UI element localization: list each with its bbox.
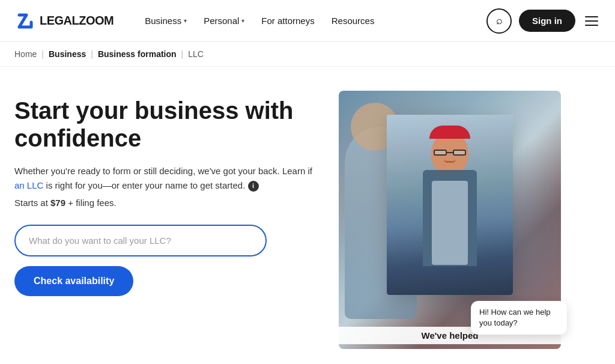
smile bbox=[444, 159, 456, 163]
sign-in-button[interactable]: Sign in bbox=[519, 10, 575, 32]
nav-actions: ⌕ Sign in bbox=[486, 8, 601, 34]
price-suffix: + filing fees. bbox=[65, 198, 117, 208]
check-availability-button[interactable]: Check availability bbox=[14, 266, 133, 296]
breadcrumb-separator: | bbox=[91, 49, 93, 59]
nav-personal[interactable]: Personal ▾ bbox=[196, 11, 252, 31]
breadcrumb-business-formation[interactable]: Business formation bbox=[98, 49, 177, 59]
card-inner bbox=[387, 115, 513, 295]
breadcrumb-separator: | bbox=[41, 49, 44, 59]
right-panel: We've helped Hi! How can we help you tod… bbox=[339, 91, 561, 347]
legalzoom-logo-icon bbox=[14, 10, 36, 32]
nav-resources[interactable]: Resources bbox=[324, 11, 382, 31]
main-content: Start your business with confidence Whet… bbox=[0, 67, 615, 361]
llc-link[interactable]: an LLC bbox=[14, 180, 43, 190]
menu-icon-line bbox=[585, 20, 598, 22]
nav-business[interactable]: Business ▾ bbox=[138, 11, 194, 31]
price: $79 bbox=[50, 198, 65, 208]
chevron-down-icon: ▾ bbox=[184, 17, 187, 24]
breadcrumb-home[interactable]: Home bbox=[14, 49, 37, 59]
foreground-image-card bbox=[387, 115, 513, 295]
header: LEGALZOOM Business ▾ Personal ▾ For atto… bbox=[0, 0, 615, 42]
glasses bbox=[434, 150, 466, 156]
breadcrumb-business[interactable]: Business bbox=[49, 49, 86, 59]
logo[interactable]: LEGALZOOM bbox=[14, 10, 114, 32]
svg-rect-0 bbox=[14, 10, 36, 32]
menu-icon-line bbox=[585, 16, 598, 17]
chat-text: Hi! How can we help you today? bbox=[479, 308, 551, 327]
hero-description: Whether you're ready to form or still de… bbox=[14, 164, 315, 193]
menu-button[interactable] bbox=[583, 14, 601, 28]
price-line: Starts at $79 + filing fees. bbox=[14, 198, 315, 208]
bandana bbox=[429, 126, 470, 139]
info-icon[interactable]: i bbox=[248, 181, 259, 192]
breadcrumb-llc: LLC bbox=[188, 49, 204, 59]
chevron-down-icon: ▾ bbox=[241, 17, 244, 24]
hero-title: Start your business with confidence bbox=[14, 97, 315, 152]
apron bbox=[432, 181, 468, 265]
menu-icon-line bbox=[585, 25, 598, 26]
search-icon: ⌕ bbox=[496, 14, 503, 27]
breadcrumb-separator: | bbox=[181, 49, 184, 59]
left-panel: Start your business with confidence Whet… bbox=[14, 91, 315, 347]
chat-bubble[interactable]: Hi! How can we help you today? bbox=[471, 301, 567, 335]
breadcrumb: Home | Business | Business formation | L… bbox=[0, 42, 615, 67]
search-button[interactable]: ⌕ bbox=[486, 8, 512, 34]
llc-name-input[interactable] bbox=[14, 225, 267, 256]
nav-for-attorneys[interactable]: For attorneys bbox=[254, 11, 321, 31]
logo-text: LEGALZOOM bbox=[40, 14, 114, 28]
main-nav: Business ▾ Personal ▾ For attorneys Reso… bbox=[138, 11, 467, 31]
